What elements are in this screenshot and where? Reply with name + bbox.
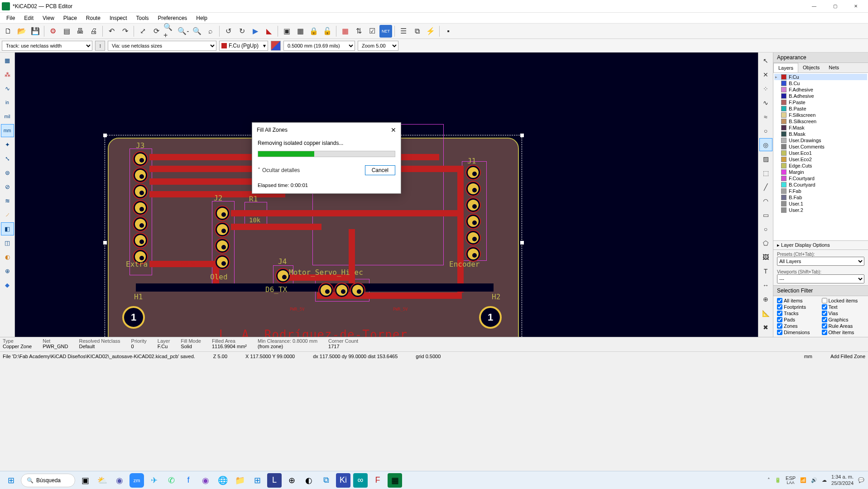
- menu-help[interactable]: Help: [192, 13, 212, 23]
- layer-row[interactable]: ▸F.Cu: [774, 74, 867, 80]
- filter-vias[interactable]: Vias: [822, 311, 865, 316]
- lock-icon[interactable]: 🔒: [307, 25, 320, 38]
- menu-file[interactable]: File: [2, 13, 19, 23]
- details-toggle[interactable]: ˄Ocultar detalles: [258, 167, 365, 173]
- delete-icon[interactable]: ✖: [759, 321, 772, 334]
- curved-ratsnest-icon[interactable]: ∿: [1, 82, 14, 95]
- task-view-icon[interactable]: ▣: [78, 473, 92, 488]
- wifi-icon[interactable]: 📶: [800, 477, 806, 483]
- contrast-icon[interactable]: ◐: [1, 250, 14, 264]
- layer-row[interactable]: User.Drawings: [774, 137, 867, 144]
- add-via-icon[interactable]: ◎: [759, 138, 772, 151]
- save-icon[interactable]: 💾: [29, 25, 42, 38]
- minimize-button[interactable]: —: [804, 0, 825, 13]
- active-layer-select[interactable]: F.Cu (PgUp)▾: [219, 41, 268, 51]
- telegram-icon[interactable]: ✈: [147, 473, 161, 488]
- battery-icon[interactable]: 🔋: [775, 477, 781, 483]
- dialog-close-icon[interactable]: ✕: [391, 126, 396, 134]
- filter-graphics[interactable]: Graphics: [822, 317, 865, 322]
- filter-rule-areas[interactable]: Rule Areas: [822, 323, 865, 329]
- set-origin-icon[interactable]: ⊕: [759, 292, 772, 306]
- add-zone-icon[interactable]: ▨: [759, 152, 772, 165]
- menu-route[interactable]: Route: [82, 13, 105, 23]
- open-icon[interactable]: 📂: [15, 25, 28, 38]
- tune-length-icon[interactable]: ○: [759, 124, 772, 137]
- layer-row[interactable]: B.Paste: [774, 105, 867, 112]
- app-icon-3[interactable]: ⊕: [284, 473, 299, 488]
- tab-nets[interactable]: Nets: [824, 63, 844, 72]
- plot-icon[interactable]: 🖶: [74, 25, 86, 38]
- board-setup-icon[interactable]: ⚙: [47, 25, 59, 38]
- filter-footprints[interactable]: Footprints: [777, 304, 820, 310]
- app-icon-4[interactable]: ◐: [302, 473, 316, 488]
- layer-row[interactable]: Margin: [774, 169, 867, 175]
- layer-row[interactable]: User.2: [774, 207, 867, 213]
- rotate-ccw-icon[interactable]: ↺: [222, 25, 235, 38]
- route-track-icon[interactable]: ∿: [759, 96, 772, 109]
- filter-pads[interactable]: Pads: [777, 317, 820, 322]
- zone-display-filled-icon[interactable]: ◧: [1, 222, 14, 235]
- layer-row[interactable]: B.Adhesive: [774, 93, 867, 99]
- volume-icon[interactable]: 🔊: [811, 477, 817, 483]
- add-rule-area-icon[interactable]: ⬚: [759, 166, 772, 179]
- layers-icon[interactable]: ◆: [1, 278, 14, 292]
- polar-coords-icon[interactable]: ✦: [1, 138, 14, 151]
- layer-pair-icon[interactable]: [271, 41, 281, 51]
- menu-inspect[interactable]: Inspect: [105, 13, 132, 23]
- add-image-icon[interactable]: 🖼: [759, 250, 772, 264]
- filter-other-items[interactable]: Other items: [822, 330, 865, 335]
- maximize-button[interactable]: ▢: [825, 0, 845, 13]
- selection-handle[interactable]: [520, 241, 524, 244]
- chrome-icon[interactable]: 🌐: [216, 473, 230, 488]
- net-highlight-icon[interactable]: NET: [379, 25, 392, 38]
- via-size-select[interactable]: Via: use netclass sizes: [108, 41, 216, 51]
- close-button[interactable]: ✕: [845, 0, 866, 13]
- layer-row[interactable]: User.Eco2: [774, 156, 867, 163]
- layer-list[interactable]: ▸F.CuB.CuF.AdhesiveB.AdhesiveF.PasteB.Pa…: [773, 73, 868, 240]
- flip-h-icon[interactable]: ▶: [249, 25, 262, 38]
- draw-poly-icon[interactable]: ⬠: [759, 236, 772, 249]
- tab-layers[interactable]: Layers: [773, 63, 798, 72]
- tray-chevron-icon[interactable]: ˄: [767, 477, 770, 483]
- weather-icon[interactable]: ⛅: [95, 473, 110, 488]
- menu-edit[interactable]: Edit: [19, 13, 38, 23]
- menu-tools[interactable]: Tools: [132, 13, 153, 23]
- zoom-select[interactable]: Zoom 5.00: [358, 41, 398, 51]
- layer-row[interactable]: B.Courtyard: [774, 182, 867, 188]
- menu-place[interactable]: Place: [59, 13, 82, 23]
- units-in-icon[interactable]: in: [1, 96, 14, 109]
- pcb-canvas[interactable]: 1 1 J3 J2 R1 10k J4 J1 Extra Oled D6_TX …: [15, 53, 758, 337]
- 3d-viewer-icon[interactable]: ⧉: [411, 25, 423, 38]
- track-width-select[interactable]: Track: use netclass width: [2, 41, 92, 51]
- grid-icon[interactable]: ▦: [1, 54, 14, 67]
- start-icon[interactable]: ⊞: [4, 473, 18, 488]
- new-icon[interactable]: 🗋: [2, 25, 14, 38]
- zoom-select-icon[interactable]: ⌕: [204, 25, 217, 38]
- draw-arc-icon[interactable]: ◠: [759, 194, 772, 207]
- pcbnew-icon[interactable]: ▦: [388, 473, 402, 488]
- filter-dimensions[interactable]: Dimensions: [777, 330, 820, 335]
- layer-row[interactable]: B.Fab: [774, 194, 867, 201]
- arduino-icon[interactable]: ∞: [353, 473, 368, 488]
- measure-icon[interactable]: 📐: [759, 307, 772, 320]
- layers-manager-icon[interactable]: ☰: [397, 25, 410, 38]
- track-auto-icon[interactable]: ↕: [95, 41, 105, 51]
- layer-row[interactable]: B.Cu: [774, 80, 867, 86]
- facebook-icon[interactable]: f: [181, 473, 196, 488]
- layer-row[interactable]: F.Silkscreen: [774, 112, 867, 118]
- draw-rect-icon[interactable]: ▭: [759, 208, 772, 221]
- whatsapp-icon[interactable]: ✆: [164, 473, 178, 488]
- layer-row[interactable]: User.1: [774, 201, 867, 207]
- grid-select[interactable]: 0.5000 mm (19.69 mils): [283, 41, 355, 51]
- app-icon-5[interactable]: F: [370, 473, 385, 488]
- zone-display-outline-icon[interactable]: ◫: [1, 236, 14, 249]
- route-diff-pair-icon[interactable]: ≈: [759, 110, 772, 123]
- presets-select[interactable]: All Layers: [777, 257, 864, 266]
- selection-handle[interactable]: [103, 241, 107, 244]
- notifications-icon[interactable]: 💬: [858, 477, 864, 483]
- units-mil-icon[interactable]: mil: [1, 110, 14, 123]
- drc-icon[interactable]: ☑: [366, 25, 379, 38]
- app-icon-1[interactable]: ◉: [198, 473, 213, 488]
- layer-row[interactable]: F.Adhesive: [774, 86, 867, 93]
- unlock-icon[interactable]: 🔓: [321, 25, 334, 38]
